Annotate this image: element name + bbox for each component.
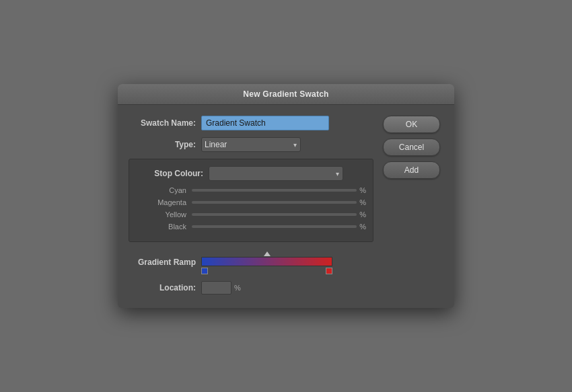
magenta-slider[interactable] [192, 201, 357, 204]
ok-button[interactable]: OK [383, 116, 440, 133]
add-button[interactable]: Add [383, 161, 440, 179]
location-input[interactable] [201, 281, 231, 295]
gradient-bottom-handles [201, 268, 332, 274]
type-row: Type: Linear Radial [129, 137, 373, 152]
gradient-left-handle[interactable] [201, 268, 208, 274]
dialog-body: Swatch Name: Type: Linear Radial Stop Co… [118, 105, 454, 308]
type-select[interactable]: Linear Radial [201, 137, 301, 152]
gradient-bar[interactable] [201, 257, 332, 266]
stop-colour-select-wrapper [209, 166, 343, 181]
magenta-percent: % [359, 198, 366, 206]
black-percent: % [359, 223, 366, 231]
location-label: Location: [129, 283, 196, 292]
cyan-percent: % [359, 186, 366, 194]
dialog-buttons-panel: OK Cancel Add [383, 116, 443, 295]
location-percent: % [234, 284, 241, 292]
dialog-title: New Gradient Swatch [118, 84, 454, 105]
yellow-percent: % [359, 210, 366, 219]
gradient-top-handle[interactable] [264, 251, 271, 256]
cyan-row: Cyan % [136, 186, 366, 194]
swatch-name-label: Swatch Name: [129, 118, 196, 128]
location-row: Location: % [129, 281, 373, 295]
type-select-wrapper: Linear Radial [201, 137, 301, 152]
new-gradient-swatch-dialog: New Gradient Swatch Swatch Name: Type: L… [118, 84, 454, 308]
yellow-label: Yellow [143, 210, 186, 219]
black-label: Black [143, 223, 186, 231]
magenta-label: Magenta [143, 198, 186, 206]
gradient-ramp-container [201, 250, 332, 274]
magenta-row: Magenta % [136, 198, 366, 206]
stop-colour-select[interactable] [209, 166, 343, 181]
swatch-name-row: Swatch Name: [129, 116, 373, 130]
cyan-label: Cyan [143, 186, 186, 194]
cyan-slider[interactable] [192, 189, 357, 192]
type-label: Type: [129, 140, 196, 149]
black-row: Black % [136, 223, 366, 231]
dialog-left-panel: Swatch Name: Type: Linear Radial Stop Co… [129, 116, 373, 295]
gradient-ramp-wrapper [201, 250, 332, 274]
gradient-ramp-row: Gradient Ramp [129, 250, 373, 274]
black-slider[interactable] [192, 225, 357, 228]
stop-colour-label: Stop Colour: [136, 169, 203, 178]
stop-colour-section: Stop Colour: Cyan % Magenta % [129, 159, 373, 242]
cancel-button[interactable]: Cancel [383, 139, 440, 156]
gradient-right-handle[interactable] [326, 268, 332, 274]
swatch-name-input[interactable] [201, 116, 329, 130]
stop-colour-header: Stop Colour: [136, 166, 366, 181]
gradient-ramp-label: Gradient Ramp [129, 258, 196, 267]
yellow-row: Yellow % [136, 210, 366, 219]
yellow-slider[interactable] [192, 213, 357, 216]
